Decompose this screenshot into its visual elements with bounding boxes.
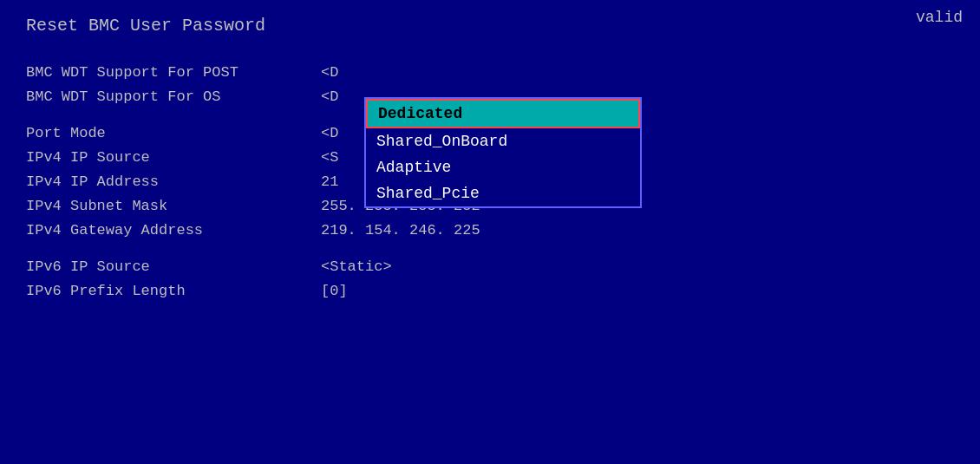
valid-label: valid	[916, 9, 963, 26]
ipv6-ip-source-row: IPv6 IP Source <Static>	[26, 254, 954, 278]
port-mode-value: <D	[321, 125, 338, 141]
port-mode-dropdown[interactable]: Dedicated Shared_OnBoard Adaptive Shared…	[364, 97, 642, 208]
ipv4-ip-source-value: <S	[321, 149, 338, 166]
bmc-wdt-os-label: BMC WDT Support For OS	[26, 88, 321, 105]
ipv4-gateway-value: 219. 154. 246. 225	[321, 222, 480, 239]
dropdown-item-shared-pcie[interactable]: Shared_Pcie	[366, 180, 640, 206]
bios-screen: valid Reset BMC User Password BMC WDT Su…	[0, 0, 980, 464]
ipv4-ip-address-label: IPv4 IP Address	[26, 173, 321, 190]
ipv4-ip-address-value: 21	[321, 173, 338, 190]
ipv4-ip-source-label: IPv4 IP Source	[26, 149, 321, 166]
bmc-wdt-os-value: <D	[321, 88, 338, 105]
port-mode-label: Port Mode	[26, 125, 321, 141]
bmc-wdt-post-value: <D	[321, 64, 338, 81]
ipv6-prefix-label: IPv6 Prefix Length	[26, 283, 321, 299]
ipv4-gateway-row: IPv4 Gateway Address 219. 154. 246. 225	[26, 218, 954, 242]
ipv6-prefix-value: [0]	[321, 283, 348, 299]
bmc-wdt-post-row: BMC WDT Support For POST <D	[26, 60, 954, 84]
ipv4-subnet-label: IPv4 Subnet Mask	[26, 198, 321, 214]
bmc-wdt-post-label: BMC WDT Support For POST	[26, 64, 321, 81]
dropdown-item-adaptive[interactable]: Adaptive	[366, 154, 640, 180]
ipv6-ip-source-value: <Static>	[321, 258, 392, 275]
ipv6-prefix-row: IPv6 Prefix Length [0]	[26, 278, 954, 303]
dropdown-item-dedicated[interactable]: Dedicated	[366, 99, 640, 128]
dropdown-item-shared-onboard[interactable]: Shared_OnBoard	[366, 128, 640, 154]
ipv6-ip-source-label: IPv6 IP Source	[26, 258, 321, 275]
spacer2	[26, 242, 954, 254]
section-title: Reset BMC User Password	[26, 16, 954, 36]
ipv4-gateway-label: IPv4 Gateway Address	[26, 222, 321, 239]
